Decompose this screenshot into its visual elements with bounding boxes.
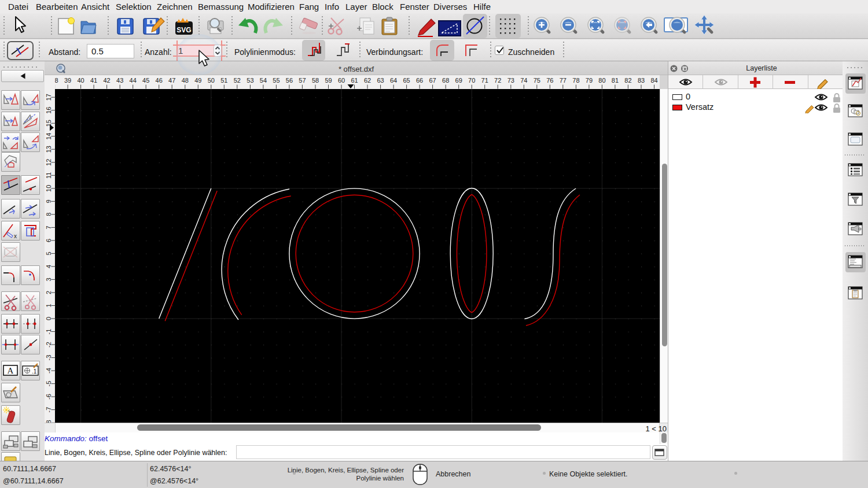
svg-text:42: 42 [103,77,110,84]
svg-text:55: 55 [273,77,279,84]
svg-text:-2: -2 [45,342,52,347]
svg-text:0: 0 [45,317,52,320]
svg-text:45: 45 [142,77,149,84]
svg-text:-3: -3 [45,355,52,361]
svg-text:72: 72 [494,77,501,84]
svg-text:78: 78 [572,77,579,84]
svg-text:69: 69 [455,77,462,84]
svg-text:8: 8 [45,213,52,216]
svg-text:10: 10 [45,185,52,192]
svg-text:70: 70 [468,77,475,84]
svg-text:40: 40 [77,77,84,84]
svg-text:SVG: SVG [176,26,191,34]
svg-text:38: 38 [55,77,58,84]
svg-text:-6: -6 [45,394,52,400]
svg-text:A: A [8,366,14,375]
svg-text:46: 46 [156,77,163,84]
svg-text:49: 49 [194,77,201,84]
svg-text:-7: -7 [45,407,52,413]
svg-text:73: 73 [507,77,514,84]
svg-text:-5: -5 [45,381,52,387]
svg-text:52: 52 [234,77,241,84]
svg-text:4: 4 [45,265,52,268]
svg-text:56: 56 [286,77,293,84]
svg-text:51: 51 [220,77,227,84]
svg-text:14: 14 [45,133,52,140]
svg-text:75: 75 [534,77,540,84]
svg-text:47: 47 [168,77,175,84]
svg-text:-4: -4 [45,368,52,374]
svg-text:6: 6 [45,239,52,242]
svg-text:16: 16 [45,107,52,114]
svg-text:62: 62 [364,77,371,84]
svg-text:71: 71 [481,77,488,84]
svg-text:77: 77 [560,77,567,84]
svg-text:12: 12 [45,159,52,166]
svg-text:67: 67 [429,77,436,84]
svg-text:58: 58 [312,77,319,84]
svg-text:9: 9 [45,199,52,203]
svg-text:-1: -1 [45,329,52,335]
svg-text:17: 17 [45,94,52,101]
svg-text:65: 65 [403,77,410,84]
svg-text:76: 76 [546,77,553,84]
svg-text:39: 39 [64,77,71,84]
svg-text:81: 81 [612,77,619,84]
svg-text:50: 50 [208,77,215,84]
svg-text:41: 41 [90,77,97,84]
svg-text:61: 61 [351,77,358,84]
svg-text:57: 57 [299,77,306,84]
svg-text:5: 5 [45,252,52,255]
svg-text:54: 54 [260,77,267,84]
svg-text:3: 3 [45,278,52,281]
svg-text:66: 66 [416,77,423,84]
svg-text:63: 63 [377,77,384,84]
svg-text:x: x [14,233,17,239]
svg-text:7: 7 [45,225,52,229]
svg-text:11: 11 [45,172,52,179]
svg-text:60: 60 [338,77,345,84]
svg-text:84: 84 [650,77,657,84]
svg-text:79: 79 [586,77,593,84]
svg-text:59: 59 [325,77,332,84]
svg-text:13: 13 [45,146,52,153]
svg-text:64: 64 [390,77,397,84]
svg-text:80: 80 [598,77,605,84]
svg-text:44: 44 [130,77,137,84]
svg-text:2: 2 [45,291,52,294]
svg-text:68: 68 [442,77,449,84]
svg-text:74: 74 [520,77,527,84]
svg-text:83: 83 [638,77,645,84]
svg-text:48: 48 [182,77,189,84]
svg-text:.1: .1 [32,368,37,375]
svg-text:82: 82 [624,77,631,84]
svg-text:1: 1 [45,304,52,307]
svg-text:43: 43 [116,77,123,84]
svg-text:53: 53 [247,77,253,84]
